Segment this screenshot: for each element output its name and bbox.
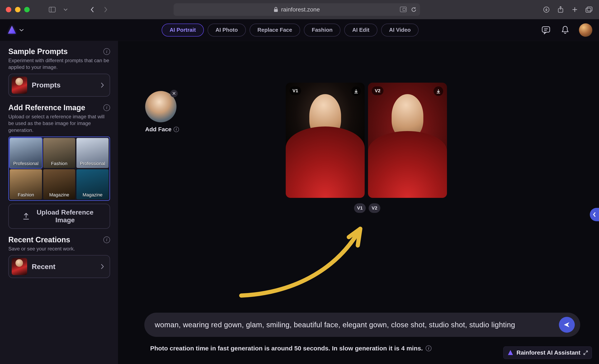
address-bar[interactable]: rainforest.zone bbox=[174, 3, 420, 16]
section-subtitle: Upload or select a reference image that … bbox=[8, 113, 110, 134]
section-sample-prompts: Sample Prompts i Experiment with differe… bbox=[8, 47, 110, 97]
output-image-v2[interactable]: V2 bbox=[368, 83, 447, 198]
right-panel-toggle[interactable] bbox=[590, 208, 599, 221]
reference-cell[interactable]: Professional bbox=[76, 138, 109, 168]
chevron-right-icon bbox=[100, 82, 104, 88]
reader-icon[interactable] bbox=[400, 7, 407, 12]
browser-chrome: rainforest.zone bbox=[0, 0, 599, 19]
output-image-v1[interactable]: V1 bbox=[286, 83, 365, 198]
reference-cell[interactable]: Fashion bbox=[43, 138, 75, 168]
svg-rect-2 bbox=[274, 9, 278, 12]
zoom-window-button[interactable] bbox=[24, 7, 30, 12]
mode-tab-ai-portrait[interactable]: AI Portrait bbox=[162, 24, 204, 36]
info-icon[interactable]: i bbox=[103, 236, 110, 243]
svg-rect-12 bbox=[587, 7, 592, 11]
download-button[interactable] bbox=[434, 87, 443, 96]
assistant-widget[interactable]: Rainforest AI Assistant bbox=[503, 347, 592, 359]
notifications-icon[interactable] bbox=[560, 25, 571, 35]
remove-face-button[interactable]: ✕ bbox=[170, 90, 178, 97]
face-slot: ✕ Add Face i bbox=[145, 91, 179, 133]
upload-icon bbox=[22, 212, 30, 220]
app-logo[interactable] bbox=[7, 25, 17, 35]
upload-label: Upload Reference Image bbox=[34, 208, 97, 224]
svg-rect-0 bbox=[49, 7, 55, 12]
sidebar-toggle-icon[interactable] bbox=[48, 5, 56, 14]
mode-tab-replace-face[interactable]: Replace Face bbox=[250, 24, 300, 36]
assistant-label: Rainforest AI Assistant bbox=[517, 349, 581, 356]
nav-forward-button[interactable] bbox=[102, 5, 110, 14]
chevron-down-icon[interactable] bbox=[62, 5, 70, 14]
version-badge: V2 bbox=[372, 87, 383, 95]
logo-dropdown-icon[interactable] bbox=[19, 29, 24, 32]
upload-reference-button[interactable]: Upload Reference Image bbox=[8, 204, 110, 229]
version-badge: V1 bbox=[290, 87, 301, 95]
info-icon[interactable]: i bbox=[103, 104, 110, 111]
new-tab-icon[interactable] bbox=[571, 5, 579, 14]
chat-icon[interactable] bbox=[540, 25, 551, 35]
reference-grid: Professional Fashion Professional Fashio… bbox=[8, 137, 110, 201]
add-face-label: Add Face bbox=[145, 126, 171, 133]
user-avatar[interactable] bbox=[579, 23, 592, 37]
recent-thumb bbox=[12, 258, 27, 275]
mode-tab-ai-edit[interactable]: AI Edit bbox=[344, 24, 377, 36]
mode-tab-ai-video[interactable]: AI Video bbox=[381, 24, 419, 36]
info-icon[interactable]: i bbox=[426, 346, 432, 351]
recent-card[interactable]: Recent bbox=[8, 255, 110, 278]
reference-cell[interactable]: Fashion bbox=[10, 169, 42, 199]
download-button[interactable] bbox=[351, 87, 361, 96]
reference-cell[interactable]: Magazine bbox=[43, 169, 75, 199]
version-selector: V1 V2 bbox=[354, 203, 380, 213]
recent-card-label: Recent bbox=[32, 263, 55, 271]
svg-rect-4 bbox=[403, 8, 405, 11]
sidebar: Sample Prompts i Experiment with differe… bbox=[0, 41, 118, 364]
lock-icon bbox=[273, 7, 278, 12]
mode-tabs: AI Portrait AI Photo Replace Face Fashio… bbox=[162, 24, 419, 36]
info-icon[interactable]: i bbox=[103, 48, 110, 55]
window-controls bbox=[6, 7, 30, 12]
prompts-card[interactable]: Prompts bbox=[8, 74, 110, 97]
reference-cell[interactable]: Professional bbox=[10, 138, 42, 168]
section-recent-creations: Recent Creations i Save or see your rece… bbox=[8, 235, 110, 278]
expand-icon bbox=[583, 350, 588, 355]
section-subtitle: Save or see your recent work. bbox=[8, 245, 110, 252]
mode-tab-fashion[interactable]: Fashion bbox=[304, 24, 341, 36]
section-title: Add Reference Image bbox=[8, 103, 85, 112]
face-reference-thumbnail[interactable]: ✕ bbox=[145, 91, 176, 122]
mode-tab-ai-photo[interactable]: AI Photo bbox=[208, 24, 246, 36]
generate-button[interactable] bbox=[559, 317, 575, 333]
prompts-thumb bbox=[12, 77, 27, 94]
app-header: AI Portrait AI Photo Replace Face Fashio… bbox=[0, 19, 599, 41]
address-bar-host: rainforest.zone bbox=[281, 6, 320, 13]
info-icon[interactable]: i bbox=[174, 127, 179, 132]
svg-marker-13 bbox=[8, 26, 16, 34]
minimize-window-button[interactable] bbox=[15, 7, 20, 12]
section-title: Recent Creations bbox=[8, 235, 70, 244]
tabs-icon[interactable] bbox=[585, 5, 593, 14]
prompts-card-label: Prompts bbox=[32, 81, 61, 89]
output-gallery: V1 V2 bbox=[286, 83, 447, 198]
generation-hint: Photo creation time in fast generation i… bbox=[150, 345, 432, 352]
version-pill-v2[interactable]: V2 bbox=[369, 203, 380, 213]
annotation-arrow bbox=[235, 214, 385, 302]
section-reference-image: Add Reference Image i Upload or select a… bbox=[8, 103, 110, 229]
downloads-icon[interactable] bbox=[542, 5, 551, 14]
section-title: Sample Prompts bbox=[8, 47, 68, 56]
nav-back-button[interactable] bbox=[88, 5, 97, 14]
close-window-button[interactable] bbox=[6, 7, 11, 12]
reference-cell[interactable]: Magazine bbox=[76, 169, 109, 199]
reload-icon[interactable] bbox=[411, 7, 417, 13]
share-icon[interactable] bbox=[556, 5, 565, 14]
version-pill-v1[interactable]: V1 bbox=[354, 203, 366, 213]
chevron-right-icon bbox=[100, 264, 104, 269]
svg-marker-23 bbox=[508, 350, 513, 355]
prompt-text: woman, wearing red gown, glam, smiling, … bbox=[155, 321, 515, 329]
prompt-input[interactable]: woman, wearing red gown, glam, smiling, … bbox=[144, 313, 580, 337]
assistant-logo-icon bbox=[507, 350, 514, 356]
svg-rect-11 bbox=[586, 8, 591, 12]
main-canvas: ✕ Add Face i V1 V2 V1 V2 bbox=[118, 41, 599, 364]
svg-rect-14 bbox=[542, 27, 550, 32]
section-subtitle: Experiment with different prompts that c… bbox=[8, 57, 110, 71]
